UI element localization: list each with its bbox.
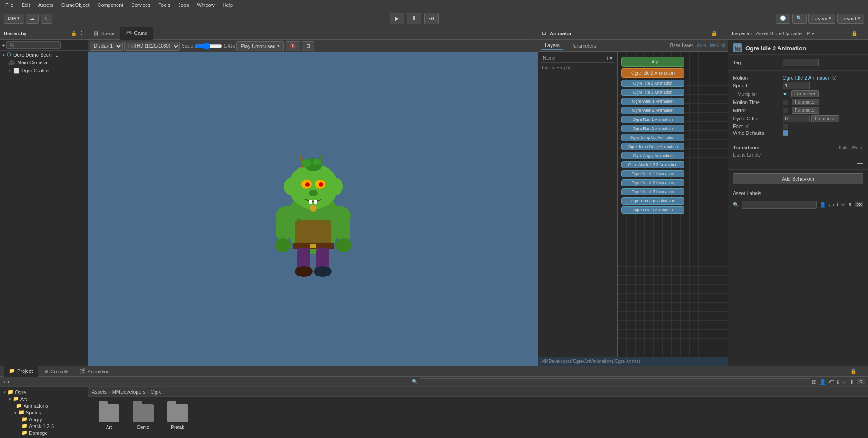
play-button[interactable]: ▶	[390, 13, 404, 24]
cycle-offset-input[interactable]	[783, 115, 810, 122]
tree-item-ogre[interactable]: ▾ 📁 Ogre	[2, 389, 86, 395]
anim-node-idle2[interactable]: Ogre Idle 2 Animation	[621, 68, 684, 78]
tree-item-animations[interactable]: 📁 Animations	[2, 402, 86, 409]
inspector-tab-asset-store[interactable]: Asset Store Uploader	[756, 31, 803, 36]
project-tag-icon[interactable]: 🏷	[829, 379, 834, 385]
anim-node-atack123[interactable]: Ogre Atack 1 2 3 Animation	[621, 161, 684, 168]
resolution-select[interactable]: Full HD (1920x1080)	[124, 42, 180, 51]
menu-jobs[interactable]: Jobs	[175, 1, 192, 9]
anim-node-entry[interactable]: Entry	[621, 57, 684, 67]
anim-node-run2[interactable]: Ogre Run 2 Animation	[621, 125, 684, 132]
anim-node-atack1[interactable]: Ogre Atack 1 Animation	[621, 170, 684, 177]
hierarchy-add-icon[interactable]: +	[2, 43, 5, 48]
project-grid-icon[interactable]: ⊞	[812, 379, 816, 385]
tab-game[interactable]: 🎮 Game	[120, 27, 153, 40]
bottom-panel-lock-icon[interactable]: 🔒	[850, 368, 857, 374]
inspector-tab-pre[interactable]: Pre	[807, 31, 815, 36]
multiplier-parameter-btn[interactable]: Parameter	[791, 90, 819, 97]
tree-item-death[interactable]: 📁 Death	[2, 436, 86, 438]
anim-node-atack3[interactable]: Ogre Atack 3 Animation	[621, 188, 684, 195]
file-item-prefab[interactable]: Prefab	[164, 404, 191, 430]
write-defaults-checkbox[interactable]	[783, 130, 788, 136]
inspector-lock-icon[interactable]: 🔒	[851, 30, 858, 36]
menu-assets[interactable]: Assets	[35, 1, 57, 9]
speed-input[interactable]	[783, 82, 810, 89]
motion-time-parameter-btn[interactable]: Parameter	[792, 99, 819, 105]
motion-target-icon[interactable]: ◎	[832, 75, 837, 81]
anim-node-angry[interactable]: Ogre Angry Animation	[621, 152, 684, 159]
asset-labels-tag-icon[interactable]: 🏷	[829, 202, 834, 208]
anim-node-damage[interactable]: Ogre Damage Animation	[621, 197, 684, 205]
hierarchy-item-main-camera[interactable]: 🎥 Main Camera	[0, 58, 88, 67]
animator-auto-live-link[interactable]: Auto Live Link	[697, 43, 725, 48]
tab-project[interactable]: 📁 Project	[4, 366, 38, 377]
tab-console[interactable]: 🖥 Console	[38, 366, 74, 377]
scale-slider[interactable]	[195, 43, 222, 50]
anim-node-jump-done[interactable]: Ogre Jump Done Animation	[621, 143, 684, 150]
asset-labels-info-icon[interactable]: ℹ	[836, 202, 838, 208]
cycle-offset-parameter-btn[interactable]: Parameter	[811, 115, 839, 122]
menu-gameobject[interactable]: GameObject	[58, 1, 93, 9]
mirror-checkbox[interactable]	[783, 108, 788, 113]
menu-services[interactable]: Services	[127, 1, 154, 9]
mirror-parameter-btn[interactable]: Parameter	[792, 107, 819, 114]
hierarchy-lock-icon[interactable]: 🔒	[71, 30, 77, 36]
branch-button[interactable]: ⑂	[41, 14, 52, 24]
project-person-icon[interactable]: 👤	[819, 379, 826, 385]
tree-item-art[interactable]: ▾ 📁 Art	[2, 395, 86, 402]
tree-item-angry[interactable]: 📁 Angry	[2, 416, 86, 423]
add-behaviour-button[interactable]: Add Behaviour	[733, 173, 863, 184]
anim-node-death[interactable]: Ogre Death Animation	[621, 206, 684, 214]
solo-btn[interactable]: Solo	[837, 145, 849, 150]
pause-button[interactable]: ⏸	[407, 13, 421, 24]
animator-tab-layers[interactable]: Layers	[541, 42, 563, 50]
motion-time-checkbox[interactable]	[783, 100, 788, 105]
tab-scene[interactable]: 🖼 Scene	[88, 27, 120, 40]
project-star-icon[interactable]: ☆	[842, 379, 847, 385]
breadcrumb-assets[interactable]: Assets	[92, 389, 107, 395]
inspector-tab-main[interactable]: Inspector	[732, 31, 752, 36]
asset-labels-star-icon[interactable]: ☆	[841, 202, 845, 208]
menu-component[interactable]: Component	[94, 1, 127, 9]
asset-labels-search-input[interactable]	[742, 201, 817, 209]
animator-lock-icon[interactable]: 🔒	[711, 30, 717, 36]
play-unfocused-button[interactable]: Play Unfocused ▾	[236, 41, 283, 51]
maximize-button[interactable]: ⊞	[302, 41, 314, 51]
asset-labels-person-icon[interactable]: 👤	[820, 202, 826, 208]
anim-node-jump-up[interactable]: Ogre Jump Up Animation	[621, 134, 684, 141]
tab-animation[interactable]: 🎬 Animation	[74, 366, 115, 377]
center-panel-menu-icon[interactable]: ⋮	[529, 30, 534, 36]
mute-audio-button[interactable]: 🔇	[286, 41, 300, 51]
tree-item-sprites[interactable]: ▾ 📁 Sprites	[2, 409, 86, 416]
anim-node-walk2[interactable]: Ogre Walk 2 Animation	[621, 107, 684, 114]
menu-tools[interactable]: Tools	[155, 1, 174, 9]
tree-item-damage[interactable]: 📁 Damage	[2, 429, 86, 436]
animator-tab-parameters[interactable]: Parameters	[567, 42, 600, 49]
animator-menu-icon[interactable]: ⋮	[719, 30, 724, 36]
menu-help[interactable]: Help	[219, 1, 237, 9]
inspector-menu-icon[interactable]: ⋮	[859, 30, 864, 36]
hierarchy-search-input[interactable]	[6, 41, 61, 49]
multiplier-dropdown-icon[interactable]: ▼	[783, 91, 788, 97]
account-button[interactable]: MM ▾	[4, 14, 24, 24]
cloud-button[interactable]: ☁	[26, 14, 39, 24]
breadcrumb-ogre[interactable]: Ogre	[151, 389, 161, 395]
remove-transition-btn[interactable]: —	[857, 159, 863, 167]
display-select[interactable]: Display 1	[90, 42, 123, 51]
layout-button[interactable]: Layout ▾	[837, 14, 864, 24]
animator-graph[interactable]: Entry Ogre Idle 2 Animation Ogre Idle 1 …	[618, 52, 728, 357]
file-item-art[interactable]: Art	[95, 404, 123, 430]
menu-window[interactable]: Window	[193, 1, 218, 9]
search-button[interactable]: 🔍	[792, 14, 807, 24]
project-search-input[interactable]	[420, 378, 810, 385]
menu-file[interactable]: File	[2, 1, 17, 9]
breadcrumb-mmdevelopers[interactable]: MMDevelopers	[112, 389, 146, 395]
hierarchy-menu-icon[interactable]: ⋮	[79, 30, 84, 36]
bottom-panel-menu-icon[interactable]: ⋮	[859, 368, 864, 374]
asset-labels-upload-icon[interactable]: ⬆	[848, 202, 852, 208]
layers-button[interactable]: Layers ▾	[808, 14, 835, 24]
project-add-button[interactable]: +	[3, 379, 5, 385]
project-dropdown-icon[interactable]: ▾	[7, 379, 10, 385]
menu-edit[interactable]: Edit	[18, 1, 34, 9]
hierarchy-scene-root[interactable]: ▸ ⬡ Ogre Demo Scen ...	[0, 51, 88, 58]
